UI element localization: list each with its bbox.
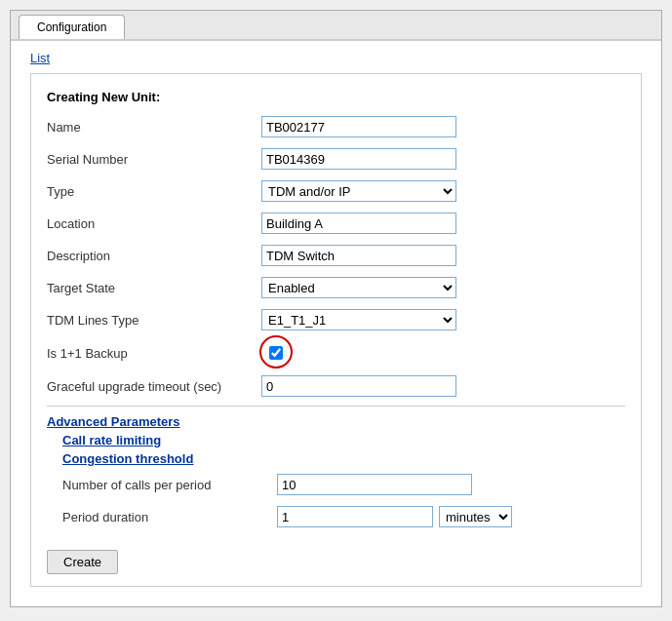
type-label: Type: [47, 184, 261, 199]
congestion-threshold-header[interactable]: Congestion threshold: [47, 451, 625, 466]
location-row: Location: [47, 211, 625, 236]
period-label: Period duration: [62, 510, 277, 524]
description-input[interactable]: [261, 245, 456, 266]
tdm-lines-label: TDM Lines Type: [47, 313, 261, 328]
list-link[interactable]: List: [30, 51, 50, 65]
call-rate-header[interactable]: Call rate limiting: [47, 433, 625, 447]
name-input[interactable]: [261, 116, 456, 137]
target-state-row: Target State Enabled Disabled: [47, 275, 625, 300]
backup-checkbox-wrapper: [261, 339, 291, 367]
tdm-lines-row: TDM Lines Type E1_T1_J1 E1 T1 J1: [47, 307, 625, 332]
name-row: Name: [47, 114, 625, 139]
advanced-params-header[interactable]: Advanced Parameters: [47, 414, 625, 429]
num-calls-label: Number of calls per period: [62, 478, 277, 492]
location-label: Location: [47, 216, 261, 231]
description-row: Description: [47, 243, 625, 268]
create-button[interactable]: Create: [47, 550, 118, 574]
target-state-select[interactable]: Enabled Disabled: [261, 277, 456, 298]
main-window: Configuration List Creating New Unit: Na…: [10, 10, 662, 607]
type-row: Type TDM and/or IP IP Only TDM Only: [47, 178, 625, 204]
type-select[interactable]: TDM and/or IP IP Only TDM Only: [261, 180, 456, 202]
num-calls-input[interactable]: [277, 474, 472, 495]
divider-1: [47, 406, 625, 407]
location-input[interactable]: [261, 213, 456, 234]
graceful-row: Graceful upgrade timeout (sec): [47, 373, 625, 399]
graceful-label: Graceful upgrade timeout (sec): [47, 379, 261, 394]
period-unit-select[interactable]: minutes seconds hours: [439, 506, 512, 527]
description-label: Description: [47, 249, 261, 263]
tab-bar: Configuration: [11, 11, 661, 41]
period-row: Period duration minutes seconds hours: [47, 504, 625, 529]
tab-configuration[interactable]: Configuration: [19, 15, 125, 39]
content-area: List Creating New Unit: Name Serial Numb…: [11, 41, 661, 606]
serial-label: Serial Number: [47, 152, 261, 167]
serial-row: Serial Number: [47, 146, 625, 172]
form-section: Creating New Unit: Name Serial Number Ty…: [30, 73, 642, 587]
graceful-input[interactable]: [261, 375, 456, 397]
backup-row: Is 1+1 Backup: [47, 339, 625, 367]
period-input[interactable]: [277, 506, 433, 527]
period-input-group: minutes seconds hours: [277, 506, 512, 527]
backup-checkbox[interactable]: [269, 346, 283, 360]
num-calls-row: Number of calls per period: [47, 472, 625, 497]
backup-label: Is 1+1 Backup: [47, 346, 261, 361]
serial-input[interactable]: [261, 148, 456, 170]
tdm-lines-select[interactable]: E1_T1_J1 E1 T1 J1: [261, 309, 456, 330]
section-title: Creating New Unit:: [47, 90, 625, 104]
target-state-label: Target State: [47, 281, 261, 295]
name-label: Name: [47, 120, 261, 135]
